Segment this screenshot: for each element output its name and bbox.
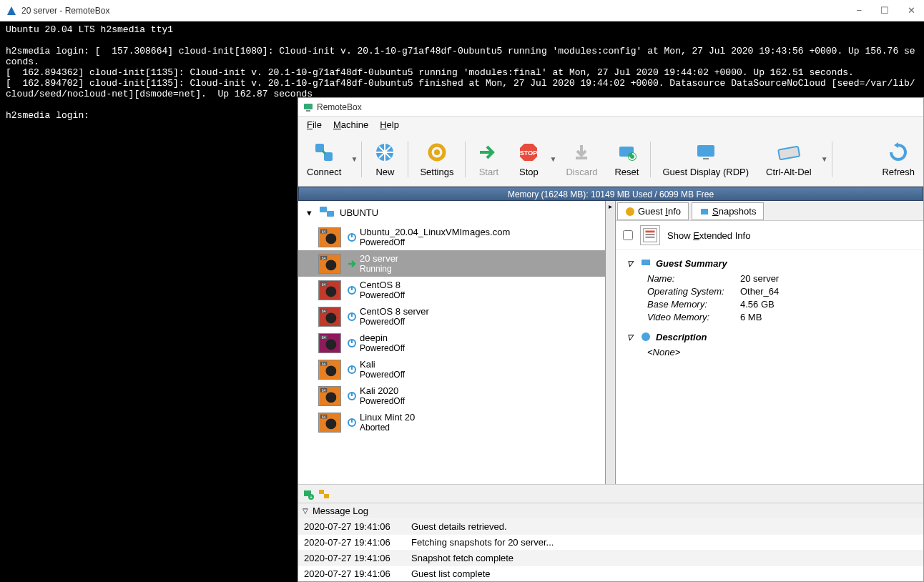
cad-dropdown[interactable]: ▼ <box>820 135 829 184</box>
svg-text:64: 64 <box>322 309 326 312</box>
vm-text: KaliPoweredOff <box>360 359 405 380</box>
new-label: New <box>375 167 394 177</box>
vm-item[interactable]: 64Kali 2020PoweredOff <box>298 383 605 409</box>
vm-os-icon: 64 <box>318 386 341 406</box>
start-button[interactable]: Start <box>468 135 508 184</box>
group-vm-icon[interactable] <box>318 488 330 500</box>
tab-snapshots[interactable]: Snapshots <box>692 202 764 220</box>
svg-point-32 <box>325 260 336 270</box>
ctrl-alt-del-button[interactable]: Ctrl-Alt-Del <box>757 135 820 184</box>
stop-dropdown[interactable]: ▼ <box>549 135 557 184</box>
vm-state-icon <box>347 285 357 295</box>
svg-marker-20 <box>894 142 898 148</box>
vm-item[interactable]: 6420 serverRunning <box>298 250 605 277</box>
vm-item[interactable]: 64Linux Mint 20Aborted <box>298 409 605 435</box>
vm-text: Ubuntu_20.04_LinuxVMImages.comPoweredOff <box>360 227 510 247</box>
log-collapse-icon[interactable]: ▽ <box>303 507 308 515</box>
log-row: 2020-07-27 19:41:06Guest list complete <box>298 566 923 581</box>
summary-name-row: Name:20 server <box>647 273 912 284</box>
svg-rect-80 <box>319 490 324 494</box>
log-row: 2020-07-27 19:41:06Snapshot fetch comple… <box>298 550 923 566</box>
mem-label: Base Memory: <box>647 299 740 310</box>
vm-state: PoweredOff <box>360 290 405 300</box>
menu-file[interactable]: File <box>301 118 328 132</box>
log-timestamp: 2020-07-27 19:41:06 <box>304 553 411 563</box>
svg-point-26 <box>325 233 336 244</box>
remotebox-titlebar[interactable]: RemoteBox <box>298 98 923 117</box>
connect-button[interactable]: Connect <box>298 135 350 184</box>
remotebox-icon <box>303 102 314 113</box>
menu-help[interactable]: Help <box>374 118 405 132</box>
vm-os-icon: 64 <box>318 254 341 274</box>
refresh-icon <box>887 141 910 164</box>
new-button[interactable]: New <box>365 135 405 184</box>
tab-guest-info[interactable]: Guest Info <box>617 202 689 220</box>
vm-list: ▾ UBUNTU 64Ubuntu_20.04_LinuxVMImages.co… <box>298 201 606 484</box>
svg-rect-18 <box>703 158 709 159</box>
reset-button[interactable]: Reset <box>606 135 647 184</box>
description-section: ▽ Description <None> <box>627 331 912 357</box>
connect-icon <box>313 141 335 164</box>
svg-text:STOP: STOP <box>520 149 537 157</box>
svg-text:64: 64 <box>322 362 326 365</box>
show-extended-checkbox[interactable] <box>623 230 633 240</box>
svg-rect-74 <box>646 237 655 238</box>
svg-rect-19 <box>778 147 800 160</box>
vm-group[interactable]: ▾ UBUNTU <box>298 201 605 224</box>
tree-toggle-icon[interactable]: ▾ <box>304 207 314 218</box>
maximize-button[interactable]: ☐ <box>878 4 892 17</box>
vm-item[interactable]: 64CentOS 8PoweredOff <box>298 277 605 303</box>
vm-text: 20 serverRunning <box>360 253 398 274</box>
keyboard-icon <box>777 141 800 164</box>
vm-text: Kali 2020PoweredOff <box>360 385 405 406</box>
vm-item[interactable]: 64KaliPoweredOff <box>298 356 605 383</box>
menu-machine[interactable]: Machine <box>328 118 374 132</box>
vm-state-icon <box>347 338 357 348</box>
svg-marker-0 <box>7 6 16 15</box>
collapse-icon[interactable]: ▽ <box>627 260 636 267</box>
svg-point-48 <box>325 339 336 350</box>
vm-state-icon <box>347 312 357 322</box>
name-value: 20 server <box>740 273 779 284</box>
vm-name: CentOS 8 <box>360 280 405 290</box>
svg-rect-17 <box>697 145 714 157</box>
separator <box>832 142 832 177</box>
vm-list-inner[interactable]: ▾ UBUNTU 64Ubuntu_20.04_LinuxVMImages.co… <box>298 201 605 460</box>
reset-icon <box>615 141 638 164</box>
bottom-icon-row: + <box>298 484 923 503</box>
start-icon <box>477 141 500 164</box>
message-log: 2020-07-27 19:41:06Guest details retriev… <box>298 518 923 581</box>
log-message: Guest list complete <box>411 568 491 579</box>
svg-point-42 <box>325 312 336 323</box>
add-vm-icon[interactable]: + <box>303 488 314 500</box>
discard-button[interactable]: Discard <box>557 135 606 184</box>
vm-state-icon <box>347 418 357 428</box>
stop-button[interactable]: STOP Stop <box>508 135 549 184</box>
close-button[interactable]: ✕ <box>905 4 918 17</box>
svg-point-36 <box>325 286 336 297</box>
vm-state-icon <box>347 259 357 269</box>
side-expand-icon[interactable]: ▸ <box>606 201 615 212</box>
terminal-titlebar: 20 server - RemoteBox − ☐ ✕ <box>0 0 924 21</box>
refresh-button[interactable]: Refresh <box>873 135 923 184</box>
svg-text:+: + <box>310 495 313 500</box>
vm-text: CentOS 8PoweredOff <box>360 280 405 300</box>
window-controls: − ☐ ✕ <box>853 4 918 17</box>
vm-item[interactable]: 64deepinPoweredOff <box>298 330 605 356</box>
summary-os-row: Operating System:Other_64 <box>647 286 912 297</box>
svg-text:64: 64 <box>322 230 326 233</box>
settings-button[interactable]: Settings <box>411 135 462 184</box>
summary-title: Guest Summary <box>656 258 727 269</box>
svg-text:64: 64 <box>322 388 326 392</box>
minimize-button[interactable]: − <box>853 4 865 17</box>
guest-summary-heading[interactable]: ▽ Guest Summary <box>627 257 912 269</box>
log-heading-row[interactable]: ▽ Message Log <box>298 503 923 518</box>
vm-state: PoweredOff <box>360 343 405 353</box>
vm-item[interactable]: 64Ubuntu_20.04_LinuxVMImages.comPoweredO… <box>298 224 605 250</box>
collapse-icon[interactable]: ▽ <box>627 333 636 341</box>
description-heading[interactable]: ▽ Description <box>627 331 912 342</box>
guest-display-button[interactable]: Guest Display (RDP) <box>654 135 757 184</box>
connect-dropdown[interactable]: ▼ <box>350 135 358 184</box>
vm-item[interactable]: 64CentOS 8 serverPoweredOff <box>298 303 605 330</box>
svg-rect-81 <box>324 494 329 498</box>
